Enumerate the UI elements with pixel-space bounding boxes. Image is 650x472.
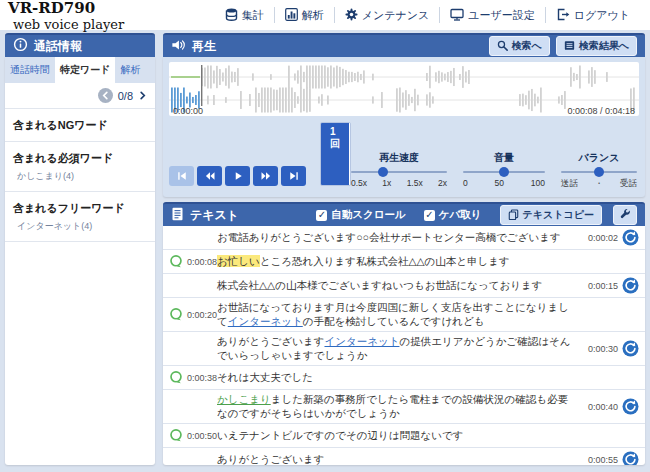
transcript-text: お忙しいところ恐れ入ります私株式会社△△の山本と申します [217,255,577,269]
replay-button[interactable] [622,229,639,246]
call-info-header: 通話情報 [5,33,155,57]
nav-analysis[interactable]: 解析 [274,7,334,23]
tab-specific-words[interactable]: 特定ワード [55,57,115,83]
top-nav: 集計 解析 メンテナンス ユーザー設定 ログアウト [215,0,640,30]
speed-slider: 再生速度 0.5x1x1.5x2x [351,151,447,190]
replay-button[interactable] [622,340,639,357]
time-start: 0:00:00 [173,106,203,116]
top-bar: VR-RD790web voice player 集計 解析 メンテナンス ユー… [0,0,650,30]
volume-slider-knob[interactable] [499,167,509,177]
free-word-item[interactable]: インターネット(4) [13,220,147,233]
search-icon [497,40,508,53]
auto-scroll-checkbox[interactable]: 自動スクロール [316,208,405,222]
checkbox-checked-icon [424,210,435,221]
speaker-icon [171,38,186,55]
monitor-icon [450,8,464,23]
required-word-title: 含まれる必須ワード [13,151,147,166]
waveform[interactable]: 0:00:00 0:00:08 / 0:04:18 [169,62,639,116]
timestamp: 0:00:40 [588,402,618,412]
highlighted-word: お忙しい [217,255,260,267]
keyword-link[interactable]: インターネット [324,335,399,347]
transcript-row[interactable]: 株式会社△△の山本様でございますねいつもお世話になっております0:00:15 [163,274,645,298]
transcript-text: お世話になっております月は今度四国に新しく支店を出すことになりましてインターネッ… [217,301,577,328]
nav-maintenance[interactable]: メンテナンス [334,7,440,23]
keba-checkbox[interactable]: ケバ取り [424,208,482,222]
ng-word-title: 含まれるNGワード [13,118,147,133]
timestamp: 0:00:08 [187,257,217,267]
balance-slider: バランス 送話・受話 [561,151,637,190]
timestamp: 0:00:55 [588,455,618,465]
player-title: 再生 [192,38,216,55]
balance-slider-knob[interactable] [594,167,604,177]
go-search-button[interactable]: 検索へ [489,36,550,56]
document-icon [171,207,184,224]
transcript-row[interactable]: かしこまりました新築の事務所でしたら電柱までの設備状況の確認も必要なのですがそち… [163,390,645,424]
replay-button[interactable] [622,398,639,415]
transcript-row[interactable]: 0:00:38それは大丈夫でした [163,366,645,390]
app-title-main: VR-RD790 [8,0,124,17]
fast-forward-button[interactable] [253,166,278,186]
list-icon [564,40,575,53]
player-body: 0:00:00 0:00:08 / 0:04:18 1回 リピート [163,57,645,197]
logout-icon [556,8,570,23]
transcript-row[interactable]: ありがとうございます0:00:55 [163,448,645,465]
waveform-times: 0:00:00 0:00:08 / 0:04:18 [173,106,635,116]
timestamp: 0:00:02 [588,233,618,243]
tab-analysis[interactable]: 解析 [115,57,145,83]
timestamp: 0:00:38 [187,373,217,383]
skip-end-button[interactable] [281,166,306,186]
transcript-list[interactable]: お電話ありがとうございます○○会社サポートセンター高橋でございます0:00:02… [163,226,645,465]
call-info-tabs: 通話時間 特定ワード 解析 [5,57,155,83]
timestamp: 0:00:15 [588,281,618,291]
free-word-section[interactable]: 含まれるフリーワード インターネット(4) [5,192,155,242]
transcript-row[interactable]: 0:00:50いえテナントビルですのでその辺りは問題ないです [163,424,645,448]
keyword-link[interactable]: インターネット [228,315,303,327]
timestamp: 0:00:50 [187,431,217,441]
volume-slider: 音量 050100 [463,151,545,190]
settings-wrench-button[interactable] [613,205,637,225]
time-progress: 0:00:08 / 0:04:18 [567,106,635,116]
info-icon [13,37,28,55]
text-copy-button[interactable]: テキストコピー [500,205,602,225]
tab-call-time[interactable]: 通話時間 [5,57,55,83]
pager-next-button[interactable] [138,91,147,100]
replay-button[interactable] [622,277,639,294]
free-word-title: 含まれるフリーワード [13,201,147,216]
replay-button[interactable] [622,451,639,465]
play-button[interactable] [225,166,250,186]
call-info-panel: 通話情報 通話時間 特定ワード 解析 0/8 含まれるNGワード 含まれる必須ワ… [5,33,155,465]
repeat-toggle: 1回 リピート [320,122,351,186]
speed-slider-knob[interactable] [378,167,388,177]
transcript-text: それは大丈夫でした [217,371,577,385]
keyword-link[interactable]: かしこまり [217,393,271,405]
required-word-item[interactable]: かしこまり(4) [13,170,147,183]
nav-logout[interactable]: ログアウト [545,7,640,23]
nav-user-settings[interactable]: ユーザー設定 [439,7,545,23]
rewind-button[interactable] [197,166,222,186]
call-info-title: 通話情報 [34,38,82,55]
text-panel-header: テキスト 自動スクロール ケバ取り テキストコピー [163,202,645,226]
transcript-row[interactable]: ありがとうございますインターネットの提供エリアかどうかご確認はそんでいらっしゃい… [163,332,645,366]
transcript-row[interactable]: 0:00:08お忙しいところ恐れ入ります私株式会社△△の山本と申します [163,250,645,274]
pager-prev-button[interactable] [98,88,113,103]
app-title: VR-RD790web voice player [8,0,124,32]
transcript-text: ありがとうございます [217,453,577,465]
repeat-once-option[interactable]: 1回 [321,123,349,185]
player-header: 再生 検索へ 検索結果へ [163,33,645,57]
bar-chart-icon [285,8,298,23]
skip-start-button[interactable] [169,166,194,186]
speech-bubble-icon [169,254,183,269]
nav-aggregate[interactable]: 集計 [215,7,274,23]
speech-bubble-icon [169,428,183,443]
text-panel-title: テキスト [190,207,239,224]
transcript-text: お電話ありがとうございます○○会社サポートセンター高橋でございます [217,231,577,245]
ng-word-section[interactable]: 含まれるNGワード [5,109,155,142]
word-pager: 0/8 [5,83,155,109]
transcript-text: かしこまりました新築の事務所でしたら電柱までの設備状況の確認も必要なのですがそち… [217,393,577,420]
transcript-row[interactable]: お電話ありがとうございます○○会社サポートセンター高橋でございます0:00:02 [163,226,645,250]
transcript-row[interactable]: 0:00:20お世話になっております月は今度四国に新しく支店を出すことになりまし… [163,298,645,332]
go-search-results-button[interactable]: 検索結果へ [556,36,637,56]
required-word-section[interactable]: 含まれる必須ワード かしこまり(4) [5,142,155,192]
wrench-icon [619,208,631,223]
timestamp: 0:00:30 [588,344,618,354]
